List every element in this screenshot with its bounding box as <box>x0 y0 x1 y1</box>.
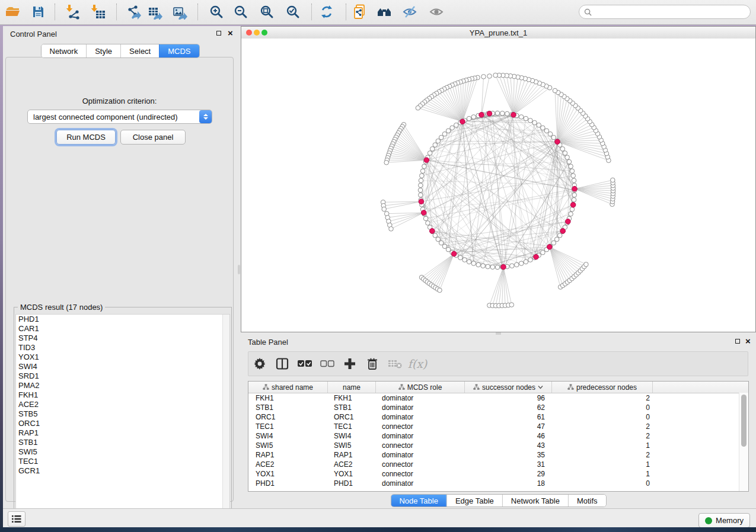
tab-motifs[interactable]: Motifs <box>568 495 606 507</box>
cell-name[interactable]: RAP1 <box>328 451 376 459</box>
float-panel-icon[interactable] <box>735 339 740 344</box>
column-header-predecessor-nodes[interactable]: predecessor nodes <box>552 382 653 393</box>
cell-MCDS-role[interactable]: dominator <box>376 413 465 421</box>
show-all-icon[interactable] <box>428 3 446 21</box>
hide-selected-icon[interactable] <box>401 3 420 21</box>
cell-predecessor-nodes[interactable]: 0 <box>552 413 653 421</box>
mcds-node-item[interactable]: FKH1 <box>16 390 229 400</box>
search-input[interactable] <box>595 7 750 17</box>
tab-mcds[interactable]: MCDS <box>159 44 199 57</box>
tab-edge-table[interactable]: Edge Table <box>446 495 502 507</box>
cell-name[interactable]: FKH1 <box>328 394 376 402</box>
cell-shared-name[interactable]: TEC1 <box>248 422 328 431</box>
criterion-dropdown[interactable]: largest connected component (undirected) <box>27 110 212 124</box>
mcds-node-item[interactable]: STB5 <box>16 409 229 419</box>
mcds-node-item[interactable]: CAR1 <box>16 324 229 334</box>
close-panel-icon[interactable]: × <box>745 338 751 344</box>
apply-layout-icon[interactable] <box>317 3 336 21</box>
mcds-result-list[interactable]: PHD1CAR1STP4TID3YOX1SWI4SRD1PMA2FKH1ACE2… <box>15 314 230 527</box>
mcds-node-item[interactable]: SRD1 <box>16 371 229 381</box>
memory-button[interactable]: Memory <box>698 513 750 528</box>
mcds-node-item[interactable]: TID3 <box>16 343 229 352</box>
mcds-node-item[interactable]: TEC1 <box>16 457 229 466</box>
cell-shared-name[interactable]: SWI5 <box>248 441 328 450</box>
cell-MCDS-role[interactable]: dominator <box>376 403 465 412</box>
cell-successor-nodes[interactable]: 61 <box>465 413 552 421</box>
float-panel-icon[interactable] <box>216 31 221 36</box>
table-scrollbar[interactable] <box>739 393 748 491</box>
cell-name[interactable]: SWI4 <box>328 432 376 440</box>
column-header-successor-nodes[interactable]: successor nodes <box>465 382 552 393</box>
cell-MCDS-role[interactable]: dominator <box>376 432 465 440</box>
export-image-icon[interactable] <box>171 3 190 21</box>
network-canvas[interactable] <box>241 39 755 332</box>
cell-MCDS-role[interactable]: dominator <box>376 451 465 459</box>
node-table[interactable]: shared namenameMCDS rolesuccessor nodesp… <box>248 381 749 492</box>
zoom-in-icon[interactable] <box>207 3 226 21</box>
import-network-icon[interactable] <box>64 3 83 21</box>
result-scrollbar[interactable] <box>222 315 229 527</box>
cell-shared-name[interactable]: STB1 <box>248 403 328 412</box>
export-network-icon[interactable] <box>125 3 143 21</box>
cell-successor-nodes[interactable]: 18 <box>465 479 552 488</box>
mcds-node-item[interactable]: GCR1 <box>16 466 229 476</box>
tab-node-table[interactable]: Node Table <box>391 495 446 507</box>
cell-predecessor-nodes[interactable]: 1 <box>552 460 653 469</box>
zoom-fit-icon[interactable] <box>257 3 276 21</box>
deselect-all-check-icon[interactable] <box>316 355 339 373</box>
cell-predecessor-nodes[interactable]: 1 <box>552 470 653 478</box>
mcds-node-item[interactable]: SWI5 <box>16 447 229 457</box>
mcds-node-item[interactable]: STB1 <box>16 438 229 447</box>
add-column-icon[interactable] <box>339 355 361 373</box>
table-row[interactable]: FKH1FKH1dominator962 <box>248 393 748 403</box>
run-mcds-button[interactable]: Run MCDS <box>56 130 116 145</box>
cell-MCDS-role[interactable]: connector <box>376 441 465 450</box>
network-graph[interactable] <box>241 39 755 332</box>
find-icon[interactable] <box>375 3 394 21</box>
cell-name[interactable]: TEC1 <box>328 422 376 431</box>
cell-predecessor-nodes[interactable]: 1 <box>552 441 653 450</box>
tab-network[interactable]: Network <box>41 44 86 57</box>
gear-icon[interactable] <box>248 355 271 373</box>
cell-predecessor-nodes[interactable]: 2 <box>552 422 653 431</box>
cell-MCDS-role[interactable]: dominator <box>376 394 465 402</box>
cell-name[interactable]: STB1 <box>328 403 376 412</box>
table-row[interactable]: ORC1ORC1dominator610 <box>248 412 748 422</box>
zoom-out-icon[interactable] <box>231 3 250 21</box>
cell-successor-nodes[interactable]: 62 <box>465 403 552 412</box>
mcds-node-item[interactable]: ORC1 <box>16 419 229 428</box>
cell-predecessor-nodes[interactable]: 2 <box>552 451 653 459</box>
tab-select[interactable]: Select <box>120 44 159 57</box>
cell-shared-name[interactable]: ACE2 <box>248 460 328 469</box>
cell-name[interactable]: PHD1 <box>328 479 376 488</box>
cell-shared-name[interactable]: PHD1 <box>248 479 328 488</box>
mcds-node-item[interactable]: PMA2 <box>16 381 229 390</box>
cell-shared-name[interactable]: ORC1 <box>248 413 328 421</box>
cell-predecessor-nodes[interactable]: 0 <box>552 403 653 412</box>
cell-MCDS-role[interactable]: connector <box>376 470 465 478</box>
cell-name[interactable]: ORC1 <box>328 413 376 421</box>
table-row[interactable]: SWI5SWI5connector431 <box>248 441 748 450</box>
column-header-MCDS-role[interactable]: MCDS role <box>376 382 465 393</box>
cell-MCDS-role[interactable]: connector <box>376 460 465 469</box>
cell-successor-nodes[interactable]: 29 <box>465 470 552 478</box>
column-header-shared-name[interactable]: shared name <box>248 382 328 393</box>
cell-predecessor-nodes[interactable]: 0 <box>552 479 653 488</box>
cell-shared-name[interactable]: FKH1 <box>248 394 328 402</box>
cell-successor-nodes[interactable]: 43 <box>465 441 552 450</box>
cell-shared-name[interactable]: SWI4 <box>248 432 328 440</box>
select-all-check-icon[interactable] <box>294 355 316 373</box>
split-columns-icon[interactable] <box>271 355 294 373</box>
column-header-name[interactable]: name <box>328 382 376 393</box>
table-row[interactable]: YOX1YOX1connector291 <box>248 469 748 479</box>
cell-successor-nodes[interactable]: 47 <box>465 422 552 431</box>
mcds-node-item[interactable]: RAP1 <box>16 428 229 438</box>
cell-successor-nodes[interactable]: 96 <box>465 394 552 402</box>
tab-network-table[interactable]: Network Table <box>502 495 568 507</box>
scrollbar-thumb[interactable] <box>741 395 747 447</box>
cell-name[interactable]: ACE2 <box>328 460 376 469</box>
cell-shared-name[interactable]: RAP1 <box>248 451 328 459</box>
export-table-icon[interactable] <box>146 3 165 21</box>
cell-predecessor-nodes[interactable]: 2 <box>552 394 653 402</box>
table-row[interactable]: STB1STB1dominator620 <box>248 403 748 412</box>
